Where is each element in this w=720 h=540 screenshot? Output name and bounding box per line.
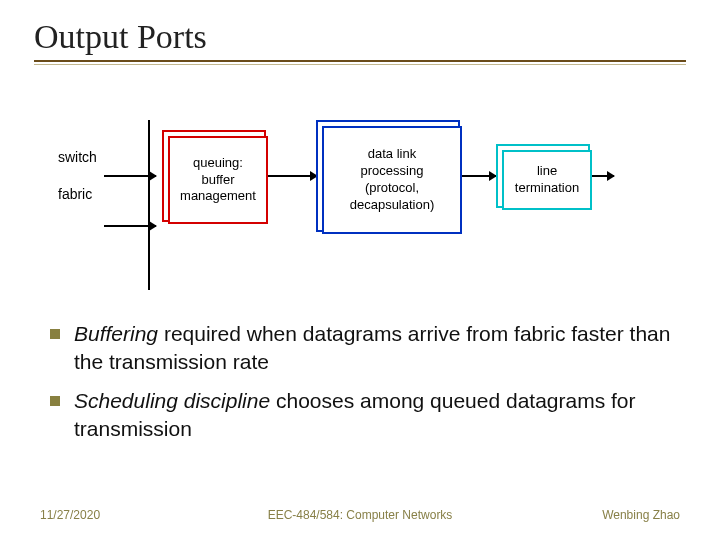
bullet-emphasis: Scheduling discipline [74,389,270,412]
slide: Output Ports switch fabric queuing: buff… [0,0,720,540]
line-term-box-text: line termination [515,163,579,197]
bullet-text: Scheduling discipline chooses among queu… [74,387,690,444]
datalink-box: data link processing (protocol, decapsul… [322,126,462,234]
footer-course: EEC-484/584: Computer Networks [40,508,680,522]
queuing-box: queuing: buffer management [168,136,268,224]
line-term-box: line termination [502,150,592,210]
bullet-text: Buffering required when datagrams arrive… [74,320,690,377]
vertical-divider [148,120,150,290]
bullet-emphasis: Buffering [74,322,158,345]
title-underline-light [34,64,686,65]
bullet-marker-icon [50,396,60,406]
fabric-label: fabric [58,187,97,202]
arrow-icon [104,225,156,227]
output-port-diagram: switch fabric queuing: buffer management… [58,120,618,290]
queuing-box-text: queuing: buffer management [180,155,256,206]
title-area: Output Ports [34,18,686,65]
title-underline [34,60,686,62]
slide-title: Output Ports [34,18,686,56]
switch-fabric-label: switch fabric [58,150,97,225]
bullet-marker-icon [50,329,60,339]
bullet-rest: required when datagrams arrive from fabr… [74,322,670,373]
datalink-box-text: data link processing (protocol, decapsul… [350,146,435,214]
list-item: Buffering required when datagrams arrive… [50,320,690,377]
arrow-icon [104,175,156,177]
switch-label: switch [58,150,97,165]
bullet-list: Buffering required when datagrams arrive… [50,320,690,453]
list-item: Scheduling discipline chooses among queu… [50,387,690,444]
footer: 11/27/2020 EEC-484/584: Computer Network… [40,508,680,522]
arrow-icon [262,175,317,177]
arrow-icon [456,175,496,177]
